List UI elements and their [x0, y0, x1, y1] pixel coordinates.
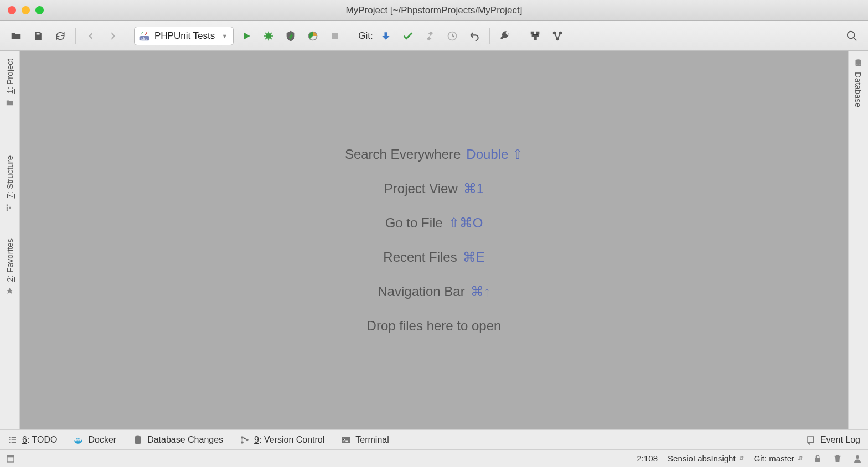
editor-empty-state[interactable]: Search Everywhere Double ⇧ Project View … [20, 51, 848, 429]
save-button[interactable] [29, 27, 48, 45]
structure-icon [6, 203, 14, 212]
docker-tool-tab[interactable]: Docker [74, 435, 116, 445]
lock-icon [813, 454, 823, 464]
structure-tab-label: 7: Structure [5, 155, 14, 199]
settings-button[interactable] [495, 27, 514, 45]
dropdown-arrow-icon: ▼ [221, 33, 228, 39]
trash-icon [833, 454, 843, 464]
git-label: Git: [358, 30, 373, 41]
refresh-button[interactable] [51, 27, 70, 45]
database-changes-label: Database Changes [147, 435, 223, 445]
run-config-label: PHPUnit Tests [154, 30, 215, 41]
svg-text:php: php [141, 36, 147, 40]
close-window-button[interactable] [8, 6, 16, 14]
hint-search-everywhere: Search Everywhere Double ⇧ [345, 147, 523, 162]
phpunit-icon: ✓ ✗ php [139, 30, 150, 41]
main-body: 1: Project 7: Structure 2: Favorites Sea… [0, 51, 868, 429]
back-button[interactable] [81, 27, 100, 45]
svg-point-28 [856, 455, 859, 459]
favorites-tab-label: 2: Favorites [5, 238, 14, 282]
hint-project-view: Project View ⌘1 [384, 181, 484, 196]
vcs-icon [240, 435, 250, 445]
memory-indicator[interactable] [833, 454, 843, 464]
svg-rect-26 [7, 455, 14, 457]
star-icon [6, 286, 14, 295]
vcs-rollback-button[interactable] [465, 27, 484, 45]
svg-point-22 [241, 441, 244, 444]
svg-rect-17 [7, 209, 8, 211]
forward-button[interactable] [104, 27, 122, 45]
file-structure-button[interactable] [526, 27, 545, 45]
todo-tool-tab[interactable]: 6: TODO [8, 435, 57, 445]
favorites-tool-tab[interactable]: 2: Favorites [5, 231, 14, 303]
vcs-commit-button[interactable] [399, 27, 417, 45]
open-file-button[interactable] [7, 27, 25, 45]
hector-widget[interactable] [852, 454, 862, 464]
separator [350, 28, 350, 44]
terminal-tool-tab[interactable]: Terminal [341, 435, 389, 445]
separator [520, 28, 520, 44]
todo-label: 6: TODO [22, 435, 57, 445]
separator [489, 28, 490, 44]
bottom-tool-bar: 6: TODO Docker Database Changes 9: Versi… [0, 429, 868, 449]
title-bar: MyProject [~/PhpstormProjects/MyProject] [0, 0, 868, 21]
window-icon [6, 454, 16, 464]
event-log-icon [806, 435, 816, 445]
folder-icon [6, 98, 14, 107]
event-log-tool-tab[interactable]: Event Log [806, 435, 860, 445]
docker-icon [74, 435, 84, 445]
git-branch-widget[interactable]: Git: master ⇵ [754, 454, 803, 463]
sensiolabs-widget[interactable]: SensioLabsInsight ⇵ [668, 454, 744, 463]
vcs-history-button[interactable] [443, 27, 462, 45]
hint-drop-files: Drop files here to open [367, 318, 502, 334]
database-changes-icon [133, 435, 143, 445]
svg-point-23 [246, 438, 249, 441]
terminal-label: Terminal [355, 435, 389, 445]
run-configuration-dropdown[interactable]: ✓ ✗ php PHPUnit Tests ▼ [134, 27, 234, 45]
separator [128, 28, 128, 44]
svg-rect-10 [534, 37, 537, 40]
vcs-update-button[interactable] [376, 27, 395, 45]
separator [75, 28, 76, 44]
svg-rect-15 [7, 204, 8, 206]
svg-rect-8 [530, 31, 534, 34]
event-log-label: Event Log [820, 435, 860, 445]
vcs-push-button[interactable] [421, 27, 440, 45]
project-tab-label: 1: Project [5, 59, 14, 94]
svg-rect-9 [536, 31, 539, 34]
profile-button[interactable] [303, 27, 322, 45]
project-tool-tab[interactable]: 1: Project [5, 51, 14, 115]
docker-label: Docker [88, 435, 116, 445]
right-tool-gutter: Database [848, 51, 868, 429]
terminal-icon [341, 435, 351, 445]
tool-window-quick-access[interactable] [6, 454, 16, 464]
database-tab-label: Database [854, 72, 863, 107]
zoom-window-button[interactable] [35, 6, 44, 14]
stop-button[interactable] [326, 27, 344, 45]
hint-navigation-bar: Navigation Bar ⌘↑ [378, 284, 490, 299]
svg-text:✓: ✓ [140, 31, 144, 36]
svg-text:✗: ✗ [144, 31, 148, 36]
dropdown-arrows-icon: ⇵ [798, 455, 803, 462]
dependencies-button[interactable] [548, 27, 567, 45]
svg-point-14 [848, 31, 855, 38]
svg-point-20 [135, 435, 141, 438]
minimize-window-button[interactable] [22, 6, 30, 14]
cursor-position[interactable]: 2:108 [637, 454, 658, 463]
svg-rect-6 [332, 33, 338, 39]
svg-rect-18 [9, 207, 11, 209]
run-button[interactable] [237, 27, 256, 45]
database-tool-tab[interactable]: Database [854, 51, 863, 115]
database-changes-tool-tab[interactable]: Database Changes [133, 435, 223, 445]
inspector-icon [852, 454, 862, 464]
structure-tool-tab[interactable]: 7: Structure [5, 148, 14, 220]
hint-go-to-file: Go to File ⇧⌘O [385, 215, 483, 231]
dropdown-arrows-icon: ⇵ [739, 455, 744, 462]
debug-button[interactable] [259, 27, 278, 45]
window-title: MyProject [~/PhpstormProjects/MyProject] [0, 5, 868, 16]
lock-widget[interactable] [813, 454, 823, 464]
coverage-button[interactable] [281, 27, 300, 45]
search-everywhere-button[interactable] [843, 27, 861, 45]
version-control-tool-tab[interactable]: 9: Version Control [240, 435, 324, 445]
left-tool-gutter: 1: Project 7: Structure 2: Favorites [0, 51, 20, 429]
